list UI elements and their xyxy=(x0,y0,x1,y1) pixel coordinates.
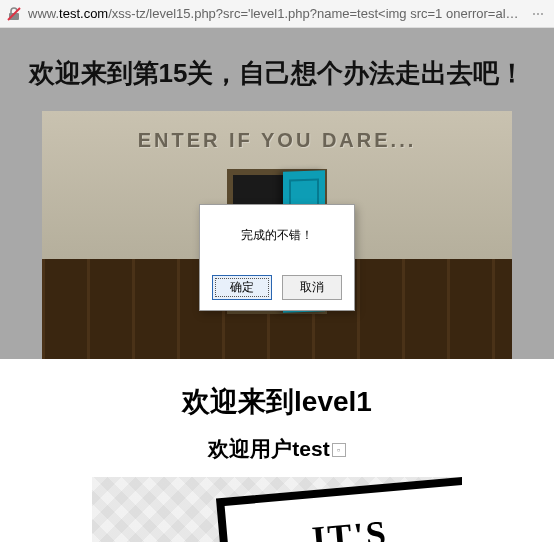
url-prefix: www. xyxy=(28,6,59,21)
address-bar: www.test.com/xss-tz/level15.php?src='lev… xyxy=(0,0,554,28)
alert-button-row: 确定 取消 xyxy=(200,267,354,310)
level1-heading: 欢迎来到level1 xyxy=(0,359,554,431)
url-path: /xss-tz/level15.php?src='level1.php?name… xyxy=(108,6,522,21)
ok-button[interactable]: 确定 xyxy=(212,275,272,300)
url-field[interactable]: www.test.com/xss-tz/level15.php?src='lev… xyxy=(28,6,522,21)
sign-board: IT'S xyxy=(216,477,462,542)
page-title: 欢迎来到第15关，自己想个办法走出去吧！ xyxy=(0,28,554,111)
cancel-button[interactable]: 取消 xyxy=(282,275,342,300)
banner-text: ENTER IF YOU DARE... xyxy=(42,129,512,152)
user-greeting: 欢迎用户test▫ xyxy=(0,431,554,477)
not-secure-icon[interactable] xyxy=(6,6,22,22)
page-options-icon[interactable]: ⋯ xyxy=(528,7,548,21)
alert-dialog: 完成的不错！ 确定 取消 xyxy=(199,204,355,311)
success-graphic: IT'S xyxy=(92,477,462,542)
alert-message: 完成的不错！ xyxy=(200,205,354,267)
sign-text: IT'S xyxy=(226,505,462,542)
greeting-text: 欢迎用户test xyxy=(208,437,329,460)
broken-image-icon: ▫ xyxy=(332,443,346,457)
url-domain: test.com xyxy=(59,6,108,21)
